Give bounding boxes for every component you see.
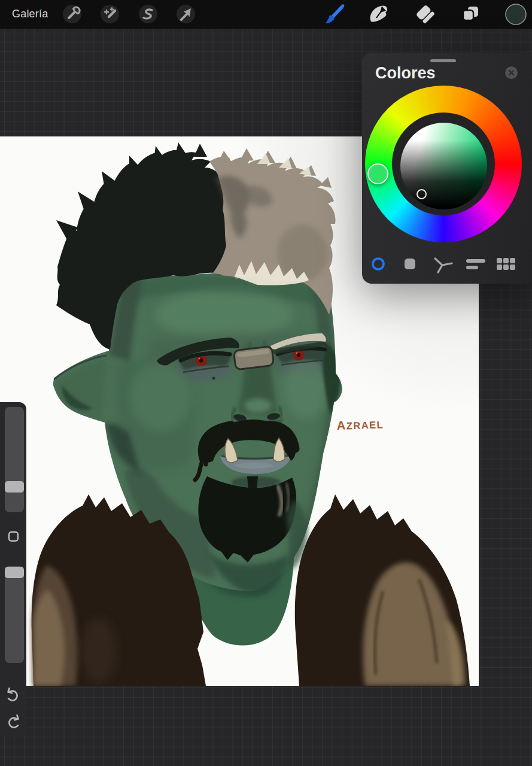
svg-text:AZRAEL: AZRAEL <box>336 417 384 432</box>
